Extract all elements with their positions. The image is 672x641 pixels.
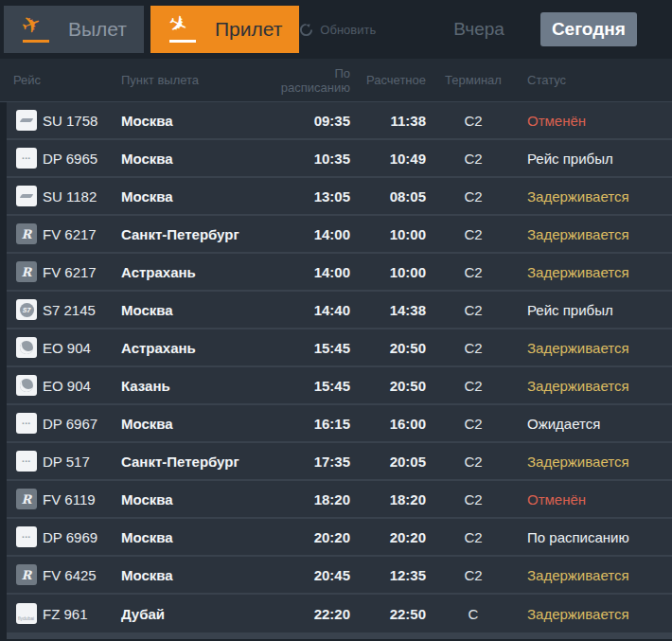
origin-city: Москва [121, 113, 277, 129]
flight-number: FV 6119 [43, 491, 121, 507]
origin-city: Астрахань [121, 264, 277, 280]
estimated-time: 18:20 [350, 491, 426, 507]
rossiya-logo-icon: R [16, 489, 37, 509]
plane-landing-icon: ✈ [168, 15, 200, 44]
flight-status: Задерживается [521, 454, 672, 470]
flydubai-logo-icon: flydubai [16, 603, 37, 624]
flight-status: Задерживается [521, 188, 672, 205]
refresh-label: Обновить [320, 23, 376, 37]
scheduled-time: 16:15 [277, 416, 350, 432]
flight-status: Задерживается [521, 264, 672, 280]
scheduled-time: 15:45 [277, 378, 350, 394]
estimated-time: 12:35 [350, 567, 426, 583]
estimated-time: 22:50 [350, 606, 426, 622]
day-tabs: Вчера Сегодня Завтра [442, 12, 672, 46]
flight-row[interactable]: SU 1758 Москва 09:35 11:38 C2 Отменён [7, 102, 672, 140]
topbar-right-group: Обновить Вчера Сегодня Завтра [299, 12, 672, 46]
header-scheduled: По расписанию [277, 66, 350, 95]
estimated-time: 20:20 [350, 529, 426, 545]
scheduled-time: 09:35 [277, 113, 350, 129]
terminal: C2 [426, 188, 521, 205]
flight-number: DP 517 [43, 454, 121, 470]
flight-row[interactable]: ▪▪▪ DP 6967 Москва 16:15 16:00 C2 Ожидае… [7, 405, 672, 443]
flight-number: SU 1182 [43, 188, 121, 205]
terminal: C2 [426, 340, 521, 356]
terminal: C2 [426, 264, 521, 280]
refresh-button[interactable]: Обновить [299, 23, 376, 37]
terminal: C2 [426, 151, 521, 167]
day-tab-today[interactable]: Сегодня [540, 12, 637, 46]
flight-row[interactable]: EO 904 Казань 15:45 20:50 C2 Задерживает… [7, 367, 672, 405]
flight-status: Задерживается [521, 226, 672, 242]
flight-number: DP 6967 [43, 416, 121, 432]
flight-row[interactable]: S7 S7 2145 Москва 14:40 14:38 C2 Рейс пр… [7, 292, 672, 329]
estimated-time: 08:05 [350, 188, 426, 205]
origin-city: Москва [121, 567, 277, 583]
estimated-time: 10:00 [350, 264, 426, 280]
tab-departures-label: Вылет [68, 18, 127, 41]
flight-row[interactable]: ▪▪▪ DP 6965 Москва 10:35 10:49 C2 Рейс п… [7, 140, 672, 178]
estimated-time: 20:50 [350, 340, 426, 356]
flight-number: FZ 961 [43, 606, 121, 622]
terminal: C2 [426, 567, 521, 583]
origin-city: Казань [121, 378, 277, 394]
rossiya-logo-icon: R [16, 261, 37, 282]
origin-city: Москва [121, 416, 277, 432]
terminal: C [426, 606, 521, 622]
flight-row[interactable]: ▪▪▪ DP 517 Санкт-Петербург 17:35 20:05 C… [7, 443, 672, 481]
flight-status: Ожидается [521, 416, 672, 432]
top-toolbar: ✈ Вылет ✈ Прилет Обновить Вчера Сегодня … [0, 0, 672, 59]
scheduled-time: 17:35 [277, 454, 350, 470]
flight-status: Задерживается [521, 606, 672, 622]
flight-row[interactable]: R FV 6217 Санкт-Петербург 14:00 10:00 C2… [7, 216, 672, 254]
origin-city: Москва [121, 188, 277, 205]
rossiya-logo-icon: R [16, 564, 37, 585]
aeroflot-logo-icon [16, 186, 37, 206]
estimated-time: 10:00 [350, 226, 426, 242]
flight-row[interactable]: SU 1182 Москва 13:05 08:05 C2 Задерживае… [7, 178, 672, 216]
terminal: C2 [426, 454, 521, 470]
ikar-logo-icon [16, 375, 37, 396]
scheduled-time: 10:35 [277, 151, 350, 167]
rossiya-logo-icon: R [16, 223, 37, 244]
flight-number: FV 6217 [43, 264, 121, 280]
flight-status: Задерживается [521, 340, 672, 356]
scheduled-time: 13:05 [277, 188, 350, 205]
terminal: C2 [426, 378, 521, 394]
origin-city: Астрахань [121, 340, 277, 356]
pobeda-logo-icon: ▪▪▪ [16, 451, 37, 472]
pobeda-logo-icon: ▪▪▪ [16, 526, 37, 547]
flight-row[interactable]: EO 904 Астрахань 15:45 20:50 C2 Задержив… [7, 329, 672, 367]
scheduled-time: 20:45 [277, 567, 350, 583]
day-tab-yesterday[interactable]: Вчера [442, 12, 516, 46]
tab-arrivals-label: Прилет [215, 18, 282, 41]
estimated-time: 14:38 [350, 302, 426, 318]
table-header: Рейс Пункт вылета По расписанию Расчетно… [0, 59, 672, 102]
refresh-icon [299, 23, 313, 37]
header-estimated: Расчетное [350, 73, 426, 87]
flight-row[interactable]: R FV 6119 Москва 18:20 18:20 C2 Отменён [7, 481, 672, 519]
table-bottom-band [7, 632, 672, 639]
day-tab-tomorrow[interactable]: Завтра [662, 12, 672, 46]
header-origin: Пункт вылета [121, 73, 277, 87]
flight-status: Рейс прибыл [521, 151, 672, 167]
flight-number: EO 904 [43, 340, 121, 356]
flight-row[interactable]: flydubai FZ 961 Дубай 22:20 22:50 C Заде… [7, 595, 672, 632]
estimated-time: 20:50 [350, 378, 426, 394]
terminal: C2 [426, 302, 521, 318]
flight-status: По расписанию [521, 529, 672, 545]
origin-city: Дубай [121, 606, 277, 622]
flight-number: DP 6965 [43, 151, 121, 167]
tab-departures[interactable]: ✈ Вылет [4, 6, 144, 53]
flight-row[interactable]: R FV 6425 Москва 20:45 12:35 C2 Задержив… [7, 557, 672, 595]
scheduled-time: 14:00 [277, 226, 350, 242]
scheduled-time: 14:40 [277, 302, 350, 318]
flight-row[interactable]: ▪▪▪ DP 6969 Москва 20:20 20:20 C2 По рас… [7, 519, 672, 557]
flights-table: SU 1758 Москва 09:35 11:38 C2 Отменён ▪▪… [7, 102, 672, 632]
ikar-logo-icon [16, 337, 37, 358]
scheduled-time: 15:45 [277, 340, 350, 356]
tab-arrivals[interactable]: ✈ Прилет [150, 6, 299, 53]
origin-city: Москва [121, 491, 277, 507]
terminal: C2 [426, 491, 521, 507]
flight-row[interactable]: R FV 6217 Астрахань 14:00 10:00 C2 Задер… [7, 254, 672, 292]
